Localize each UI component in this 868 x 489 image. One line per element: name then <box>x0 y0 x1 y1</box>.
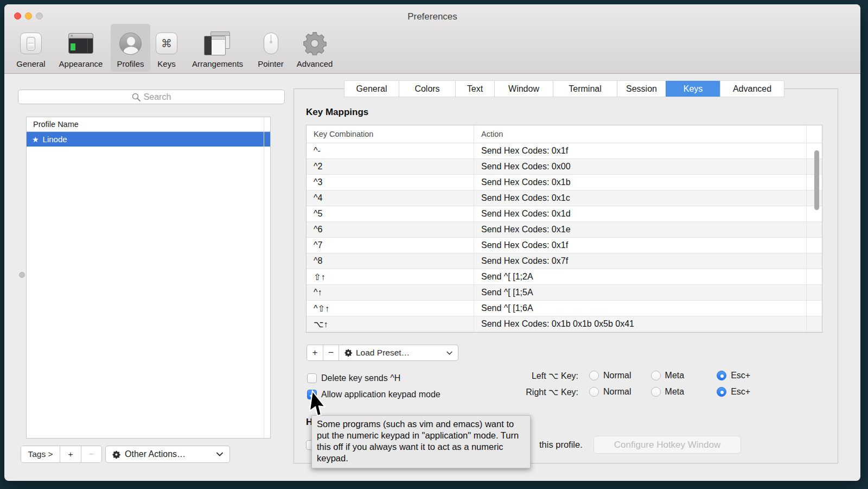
right-radio-esc[interactable]: Esc+ <box>717 387 750 397</box>
other-actions-dropdown[interactable]: Other Actions… <box>105 446 230 463</box>
action-cell: Send Hex Codes: 0x1f <box>474 146 822 156</box>
key-combination-cell: ^- <box>307 143 474 158</box>
tab-colors[interactable]: Colors <box>399 81 455 97</box>
profile-list-header: Profile Name <box>27 117 270 132</box>
toolbar-item-arrangements[interactable]: Arrangements <box>185 24 250 72</box>
table-row[interactable]: ⌥↑Send Hex Codes: 0x1b 0x1b 0x5b 0x41 <box>307 316 822 332</box>
key-mapping-actions: + − Load Preset… <box>307 345 458 361</box>
toolbar-item-advanced[interactable]: Advanced <box>292 24 337 72</box>
action-cell: Send Hex Codes: 0x1e <box>474 225 822 234</box>
key-mappings-heading: Key Mappings <box>306 107 368 118</box>
key-combination-cell: ^4 <box>307 190 474 206</box>
mouse-icon <box>264 29 278 58</box>
keypad-mode-label: Allow application keypad mode <box>321 390 441 399</box>
action-cell: Send Hex Codes: 0x00 <box>474 162 822 172</box>
delete-key-label: Delete key sends ^H <box>321 373 400 383</box>
add-mapping-button[interactable]: + <box>307 345 323 360</box>
action-cell: Send Hex Codes: 0x7f <box>474 256 822 266</box>
tab-general[interactable]: General <box>344 81 399 97</box>
arrangements-icon <box>204 29 231 58</box>
tab-window[interactable]: Window <box>494 81 553 97</box>
key-combination-cell: ^↑ <box>307 285 474 300</box>
delete-key-checkbox[interactable] <box>307 373 317 383</box>
profile-actions-group: Tags > + − <box>21 446 102 463</box>
key-combination-cell: ^5 <box>307 206 474 221</box>
table-row[interactable]: ^⇧↑Send ^[ [1;6A <box>307 301 822 316</box>
hotkey-profile-text: this profile. <box>539 440 583 450</box>
column-action: Action <box>474 130 822 138</box>
table-row[interactable]: ⇧↑Send ^[ [1;2A <box>307 269 822 285</box>
key-mappings-header: Key Combination Action <box>307 125 822 143</box>
mouse-cursor <box>309 390 327 419</box>
tab-session[interactable]: Session <box>617 81 666 97</box>
search-input[interactable]: Search <box>18 90 285 104</box>
remove-profile-button[interactable]: − <box>81 446 101 462</box>
table-row[interactable]: ^8Send Hex Codes: 0x7f <box>307 253 822 269</box>
left-option-key-label: Left ⌥ Key: <box>485 371 578 381</box>
key-combination-cell: ^7 <box>307 238 474 253</box>
key-combination-cell: ⇧↑ <box>307 269 474 284</box>
key-mappings-body: ^-Send Hex Codes: 0x1f^2Send Hex Codes: … <box>307 143 822 332</box>
search-placeholder: Search <box>144 92 171 102</box>
toolbar-item-profiles[interactable]: Profiles <box>111 24 150 72</box>
left-radio-normal[interactable]: Normal <box>589 371 631 380</box>
tab-advanced[interactable]: Advanced <box>720 81 784 97</box>
star-icon: ★ <box>32 135 39 144</box>
general-icon <box>20 29 42 58</box>
tab-keys[interactable]: Keys <box>666 81 720 97</box>
remove-mapping-button[interactable]: − <box>323 345 339 360</box>
column-divider <box>264 117 264 438</box>
tab-text[interactable]: Text <box>455 81 494 97</box>
toolbar-item-general[interactable]: General <box>14 24 48 72</box>
table-row[interactable]: ^4Send Hex Codes: 0x1c <box>307 190 822 206</box>
key-combination-cell: ^3 <box>307 175 474 190</box>
left-radio-meta[interactable]: Meta <box>651 371 685 380</box>
radio-label: Meta <box>665 371 685 380</box>
radio-button-icon[interactable] <box>651 371 661 380</box>
keypad-tooltip: Some programs (such as vim and emacs) wa… <box>311 415 531 468</box>
add-profile-button[interactable]: + <box>60 446 81 462</box>
toolbar-item-pointer[interactable]: Pointer <box>254 24 288 72</box>
profile-row-linode[interactable]: ★ Linode <box>27 132 270 147</box>
preferences-window: Preferences General × Appearance Profile… <box>4 4 860 481</box>
toolbar-item-keys[interactable]: ⌘ Keys <box>153 24 180 72</box>
radio-button-icon[interactable] <box>717 371 726 380</box>
table-row[interactable]: ^3Send Hex Codes: 0x1b <box>307 175 822 190</box>
table-row[interactable]: ^↑Send ^[ [1;5A <box>307 285 822 301</box>
radio-button-icon[interactable] <box>589 371 599 380</box>
key-combination-cell: ^2 <box>307 159 474 174</box>
right-option-key-row: Right ⌥ Key:NormalMetaEsc+ <box>485 385 750 399</box>
radio-button-icon[interactable] <box>717 387 726 397</box>
action-cell: Send Hex Codes: 0x1c <box>474 193 822 203</box>
table-row[interactable]: ^5Send Hex Codes: 0x1d <box>307 206 822 222</box>
load-preset-dropdown[interactable]: Load Preset… <box>339 345 458 360</box>
gear-icon <box>112 450 120 459</box>
action-cell: Send Hex Codes: 0x1b 0x1b 0x5b 0x41 <box>474 319 822 329</box>
toolbar-item-appearance[interactable]: × Appearance <box>54 24 107 72</box>
key-combination-cell: ⌥↑ <box>307 316 474 332</box>
table-row[interactable]: ^7Send Hex Codes: 0x1f <box>307 238 822 253</box>
tags-button[interactable]: Tags > <box>21 446 60 462</box>
table-row[interactable]: ^6Send Hex Codes: 0x1e <box>307 222 822 238</box>
appearance-icon: × <box>68 29 93 58</box>
key-mappings-table: Key Combination Action ^-Send Hex Codes:… <box>306 125 822 333</box>
splitter-handle[interactable] <box>19 272 25 278</box>
chevron-down-icon <box>216 452 223 456</box>
radio-label: Esc+ <box>731 387 750 397</box>
radio-label: Meta <box>665 387 685 397</box>
right-radio-meta[interactable]: Meta <box>651 387 685 397</box>
profile-tab-bar: GeneralColorsTextWindowTerminalSessionKe… <box>344 81 784 97</box>
tab-terminal[interactable]: Terminal <box>553 81 617 97</box>
left-radio-esc[interactable]: Esc+ <box>717 371 750 380</box>
vertical-scrollbar[interactable] <box>814 150 819 210</box>
right-radio-normal[interactable]: Normal <box>589 387 631 397</box>
radio-button-icon[interactable] <box>589 387 599 397</box>
column-key-combination: Key Combination <box>307 125 474 143</box>
gear-icon <box>303 29 327 58</box>
table-row[interactable]: ^-Send Hex Codes: 0x1f <box>307 143 822 159</box>
action-cell: Send ^[ [1;6A <box>474 303 822 313</box>
table-row[interactable]: ^2Send Hex Codes: 0x00 <box>307 159 822 175</box>
scrollbar-gutter-divider <box>806 125 807 332</box>
command-key-icon: ⌘ <box>156 29 177 58</box>
radio-button-icon[interactable] <box>651 387 661 397</box>
